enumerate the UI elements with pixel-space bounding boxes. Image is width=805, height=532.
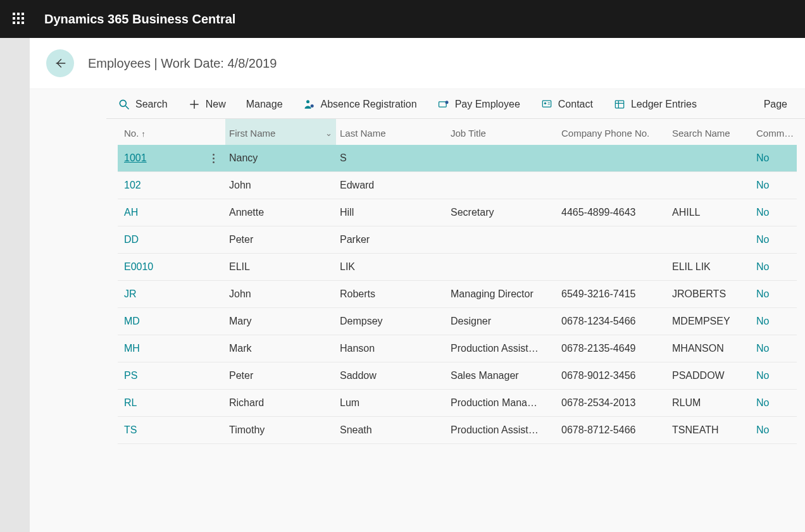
cell-phone: 0678-2534-2013 [558, 390, 668, 417]
app-launcher-icon[interactable] [13, 13, 25, 25]
table-row[interactable]: AHAnnetteHillSecretary4465-4899-4643AHIL… [118, 199, 797, 226]
svg-rect-8 [542, 101, 551, 107]
page-button[interactable]: Page [764, 99, 787, 110]
header-row: No.↑ First Name⌄ Last Name Job Title Com… [118, 119, 797, 145]
cell-search-name: ELIL LIK [668, 254, 752, 281]
employee-link[interactable]: 102 [124, 180, 141, 190]
cell-no: DD [118, 226, 225, 254]
cell-first-name: John [225, 172, 336, 199]
app-title: Dynamics 365 Business Central [44, 12, 235, 27]
cell-search-name: PSADDOW [668, 362, 752, 390]
arrow-left-icon [53, 56, 67, 70]
svg-line-1 [126, 106, 129, 109]
manage-button[interactable]: Manage [246, 99, 283, 110]
table-row[interactable]: MHMarkHansonProduction Assist…0678-2135-… [118, 335, 797, 362]
employee-link[interactable]: E0010 [124, 261, 153, 272]
employee-link[interactable]: AH [124, 207, 138, 218]
new-button[interactable]: New [188, 98, 226, 111]
cell-first-name: ELIL [225, 254, 336, 281]
back-button[interactable] [46, 49, 74, 77]
cell-job-title [447, 145, 558, 172]
table-row[interactable]: JRJohnRobertsManaging Director6549-3216-… [118, 281, 797, 308]
col-phone[interactable]: Company Phone No. [558, 119, 668, 145]
cell-phone: 0678-2135-4649 [558, 335, 668, 362]
table-row[interactable]: PSPeterSaddowSales Manager0678-9012-3456… [118, 362, 797, 390]
cell-job-title [447, 172, 558, 199]
table-container: No.↑ First Name⌄ Last Name Job Title Com… [118, 119, 787, 444]
cell-last-name: LIK [336, 254, 447, 281]
employee-link[interactable]: JR [124, 288, 137, 299]
contact-label: Contact [558, 99, 593, 110]
cell-search-name: TSNEATH [668, 417, 752, 444]
page-body: Employees | Work Date: 4/8/2019 Search N… [30, 38, 805, 532]
pay-icon [437, 98, 450, 111]
employee-link[interactable]: TS [124, 424, 137, 435]
col-last-name[interactable]: Last Name [336, 119, 447, 145]
absence-button[interactable]: Absence Registration [303, 98, 417, 111]
cell-last-name: Lum [336, 390, 447, 417]
cell-no: 1001 [118, 145, 225, 172]
employee-link[interactable]: MH [124, 343, 140, 354]
cell-last-name: Parker [336, 226, 447, 254]
cell-phone [558, 226, 668, 254]
cell-phone [558, 254, 668, 281]
col-comment[interactable]: Comm… [752, 119, 797, 145]
cell-first-name: John [225, 281, 336, 308]
col-search-name[interactable]: Search Name [668, 119, 752, 145]
col-first-name[interactable]: First Name⌄ [225, 119, 336, 145]
new-label: New [206, 99, 226, 110]
row-menu-icon[interactable] [208, 151, 219, 166]
contact-icon [540, 98, 553, 111]
ledger-label: Ledger Entries [631, 99, 697, 110]
plus-icon [188, 98, 201, 111]
cell-phone: 0678-8712-5466 [558, 417, 668, 444]
cell-last-name: Hill [336, 199, 447, 226]
cell-job-title: Managing Director [447, 281, 558, 308]
table-row[interactable]: E0010ELILLIKELIL LIKNo [118, 254, 797, 281]
ledger-button[interactable]: Ledger Entries [613, 98, 697, 111]
cell-comment: No [752, 362, 797, 390]
svg-point-7 [445, 101, 448, 104]
search-button[interactable]: Search [118, 98, 168, 111]
cell-search-name: MHANSON [668, 335, 752, 362]
employee-link[interactable]: RL [124, 397, 137, 408]
svg-point-0 [120, 100, 126, 106]
svg-point-4 [306, 100, 309, 103]
cell-last-name: Dempsey [336, 308, 447, 335]
cell-phone [558, 172, 668, 199]
table-row[interactable]: TSTimothySneathProduction Assist…0678-87… [118, 417, 797, 444]
svg-rect-6 [439, 102, 446, 107]
cell-last-name: S [336, 145, 447, 172]
col-job-title[interactable]: Job Title [447, 119, 558, 145]
cell-comment: No [752, 199, 797, 226]
employee-link[interactable]: DD [124, 234, 139, 245]
cell-search-name [668, 226, 752, 254]
cell-search-name: AHILL [668, 199, 752, 226]
cell-phone: 0678-1234-5466 [558, 308, 668, 335]
person-icon [303, 98, 316, 111]
cell-search-name [668, 145, 752, 172]
cell-no: MD [118, 308, 225, 335]
pay-button[interactable]: Pay Employee [437, 98, 520, 111]
table-row[interactable]: 102JohnEdwardNo [118, 172, 797, 199]
employee-link[interactable]: MD [124, 316, 140, 326]
cell-first-name: Annette [225, 199, 336, 226]
cell-first-name: Peter [225, 226, 336, 254]
svg-rect-12 [615, 101, 623, 108]
table-row[interactable]: RLRichardLumProduction Mana…0678-2534-20… [118, 390, 797, 417]
table-row[interactable]: DDPeterParkerNo [118, 226, 797, 254]
table-row[interactable]: MDMaryDempseyDesigner0678-1234-5466MDEMP… [118, 308, 797, 335]
search-label: Search [135, 99, 168, 110]
employee-link[interactable]: PS [124, 370, 137, 381]
manage-label: Manage [246, 99, 283, 110]
cell-comment: No [752, 172, 797, 199]
svg-point-9 [544, 102, 546, 104]
page-header: Employees | Work Date: 4/8/2019 [30, 38, 805, 89]
table-row[interactable]: 1001NancySNo [118, 145, 797, 172]
cell-first-name: Mary [225, 308, 336, 335]
employee-link[interactable]: 1001 [124, 152, 147, 163]
content-area: Search New Manage Absence Registration P… [30, 89, 805, 532]
cell-search-name: JROBERTS [668, 281, 752, 308]
contact-button[interactable]: Contact [540, 98, 593, 111]
col-no[interactable]: No.↑ [118, 119, 225, 145]
